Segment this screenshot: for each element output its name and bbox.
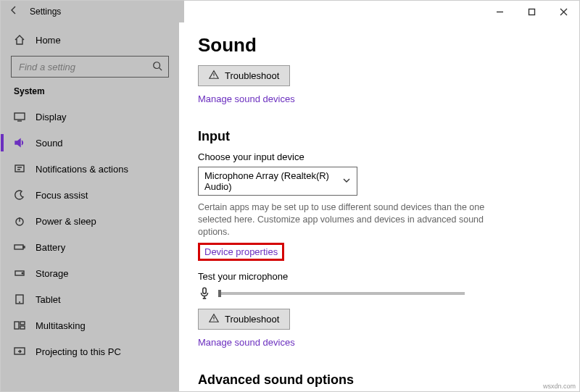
sidebar-item-label: Multitasking [36,320,86,331]
display-icon [14,111,25,122]
chevron-down-icon [342,176,351,187]
focus-icon [14,189,25,201]
sidebar-item-power[interactable]: Power & sleep [1,208,179,234]
sidebar-item-label: Storage [36,268,69,279]
button-label: Troubleshoot [225,70,279,81]
manage-input-link[interactable]: Manage sound devices [198,337,295,348]
sidebar-item-label: Tablet [36,294,61,305]
svg-point-1 [154,62,160,68]
sidebar-item-display[interactable]: Display [1,104,179,130]
page-heading: Sound [198,34,560,57]
choose-input-label: Choose your input device [198,151,560,162]
back-button[interactable] [1,4,27,19]
input-device-select[interactable]: Microphone Array (Realtek(R) Audio) [198,167,357,196]
mic-level-meter [218,292,465,295]
projecting-icon [14,346,25,357]
multitasking-icon [14,320,25,331]
sidebar-item-tablet[interactable]: Tablet [1,286,179,312]
input-helper-text: Certain apps may be set up to use differ… [198,201,510,238]
storage-icon [14,267,25,279]
window-title: Settings [27,7,61,17]
content-pane: Sound Troubleshoot Manage sound devices … [179,22,579,391]
close-button[interactable] [547,1,579,22]
microphone-icon [198,286,211,301]
maximize-button[interactable] [515,1,547,22]
minimize-button[interactable] [484,1,515,22]
device-properties-link[interactable]: Device properties [204,246,278,257]
sidebar-item-label: Battery [36,242,65,253]
tablet-icon [14,293,25,305]
manage-output-link[interactable]: Manage sound devices [198,93,295,104]
battery-icon [14,241,25,253]
search-box[interactable] [11,56,169,78]
sidebar-item-label: Projecting to this PC [36,346,121,357]
sidebar-item-storage[interactable]: Storage [1,260,179,286]
svg-rect-14 [203,288,207,293]
sidebar-item-label: Focus assist [36,190,88,201]
sidebar-item-multitasking[interactable]: Multitasking [1,312,179,338]
search-icon [152,61,162,73]
svg-rect-3 [15,165,24,172]
selected-device: Microphone Array (Realtek(R) Audio) [204,170,342,192]
sidebar-home[interactable]: Home [1,28,179,51]
button-label: Troubleshoot [225,314,279,325]
svg-rect-11 [20,322,25,325]
notifications-icon [14,163,25,175]
svg-rect-0 [529,9,534,14]
sidebar-category: System [1,86,179,104]
watermark: wsxdn.com [543,383,576,390]
sidebar-item-label: Sound [36,138,63,149]
advanced-heading: Advanced sound options [198,372,560,388]
sidebar-item-notifications[interactable]: Notifications & actions [1,156,179,182]
power-icon [14,215,25,227]
sidebar-item-sound[interactable]: Sound [1,130,179,156]
svg-rect-6 [23,246,25,248]
sidebar-item-focus-assist[interactable]: Focus assist [1,182,179,208]
svg-rect-2 [14,113,25,120]
sound-icon [14,137,25,149]
sidebar: Home System Display Sound Notifications [1,22,179,391]
sidebar-home-label: Home [36,35,61,46]
home-icon [14,34,25,46]
device-properties-highlight: Device properties [198,243,284,261]
sidebar-item-projecting[interactable]: Projecting to this PC [1,338,179,364]
sidebar-item-label: Display [36,112,67,122]
sidebar-item-battery[interactable]: Battery [1,234,179,260]
sidebar-item-label: Notifications & actions [36,164,128,175]
sidebar-item-label: Power & sleep [36,216,96,227]
svg-rect-12 [20,326,25,329]
warning-icon [209,70,219,82]
svg-rect-10 [14,322,19,329]
troubleshoot-input-button[interactable]: Troubleshoot [198,309,290,330]
test-mic-label: Test your microphone [198,271,560,282]
svg-rect-5 [14,245,23,249]
svg-point-8 [22,272,23,274]
troubleshoot-output-button[interactable]: Troubleshoot [198,65,290,86]
warning-icon [209,313,219,325]
titlebar: Settings [1,1,579,22]
input-heading: Input [198,129,560,144]
search-input[interactable] [17,61,141,73]
